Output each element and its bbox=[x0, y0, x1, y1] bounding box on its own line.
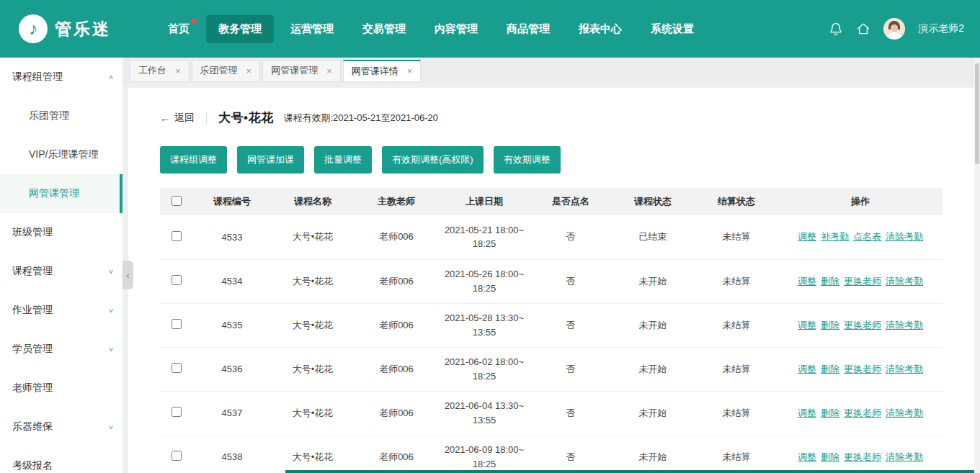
row-checkbox[interactable] bbox=[172, 451, 182, 461]
clear-attendance-link[interactable]: 清除考勤 bbox=[886, 407, 923, 418]
checkbox-cell bbox=[160, 303, 193, 347]
sidebar-item-label: VIP/乐理课管理 bbox=[29, 148, 98, 161]
clear-attendance-link[interactable]: 清除考勤 bbox=[886, 451, 923, 462]
change-teacher-link[interactable]: 更换老师 bbox=[844, 364, 881, 374]
col-course-name: 课程名称 bbox=[271, 188, 355, 215]
col-rollcall: 是否点名 bbox=[530, 188, 611, 215]
tab-orchestra-mgmt[interactable]: 乐团管理× bbox=[192, 60, 261, 82]
close-icon[interactable]: × bbox=[175, 66, 181, 76]
nav-item-content[interactable]: 内容管理 bbox=[422, 15, 490, 43]
select-all-cell bbox=[160, 188, 193, 215]
sidebar-item-course-mgmt[interactable]: 课程管理∨ bbox=[0, 252, 122, 291]
sidebar-item-online-course-mgmt[interactable]: 网管课管理 bbox=[0, 174, 122, 213]
close-icon[interactable]: × bbox=[407, 66, 413, 76]
row-checkbox[interactable] bbox=[172, 231, 182, 241]
sidebar-item-teacher-mgmt[interactable]: 老师管理 bbox=[0, 369, 122, 407]
sidebar-item-grade-exam[interactable]: 考级报名 bbox=[0, 446, 122, 473]
sidebar-collapse-handle[interactable]: ‹ bbox=[122, 261, 133, 289]
table-header-row: 课程编号 课程名称 主教老师 上课日期 是否点名 课程状态 结算状态 操作 bbox=[160, 188, 943, 215]
clear-attendance-link[interactable]: 清除考勤 bbox=[886, 364, 923, 374]
brand-name: 管乐迷 bbox=[55, 18, 111, 40]
row-checkbox[interactable] bbox=[172, 407, 182, 417]
delete-link[interactable]: 删除 bbox=[821, 276, 839, 287]
delete-link[interactable]: 删除 bbox=[821, 364, 839, 374]
row-checkbox[interactable] bbox=[172, 319, 182, 329]
sidebar-item-student-mgmt[interactable]: 学员管理∨ bbox=[0, 330, 122, 369]
delete-link[interactable]: 删除 bbox=[821, 451, 839, 462]
top-navbar: ♪ 管乐迷 首页 教务管理 运营管理 交易管理 内容管理 商品管理 报表中心 系… bbox=[0, 0, 980, 58]
sidebar-item-class-mgmt[interactable]: 班级管理 bbox=[0, 213, 122, 252]
nav-item-academic[interactable]: 教务管理 bbox=[206, 15, 274, 43]
sidebar-item-course-group-mgmt[interactable]: 课程组管理∧ bbox=[0, 58, 122, 96]
tab-online-course-mgmt[interactable]: 网管课管理× bbox=[262, 60, 341, 82]
nav-item-label: 内容管理 bbox=[435, 22, 478, 35]
checkbox-cell bbox=[160, 435, 193, 473]
tab-label: 网管课管理 bbox=[271, 64, 318, 77]
user-avatar[interactable] bbox=[883, 18, 905, 40]
validity-adjust-button[interactable]: 有效期调整 bbox=[494, 146, 561, 174]
close-icon[interactable]: × bbox=[326, 66, 332, 76]
cell-course-id: 4533 bbox=[193, 215, 271, 259]
clear-attendance-link[interactable]: 清除考勤 bbox=[886, 320, 923, 330]
adjust-link[interactable]: 调整 bbox=[798, 320, 816, 330]
nav-item-operations[interactable]: 运营管理 bbox=[278, 15, 346, 43]
cell-date: 2021-06-04 13:30~13:55 bbox=[438, 391, 530, 435]
delete-link[interactable]: 删除 bbox=[821, 407, 839, 418]
horizontal-scrollbar-thumb[interactable] bbox=[285, 470, 974, 473]
col-status: 课程状态 bbox=[611, 188, 695, 215]
bell-icon[interactable] bbox=[829, 22, 843, 36]
course-group-adjust-button[interactable]: 课程组调整 bbox=[160, 146, 227, 174]
close-icon[interactable]: × bbox=[246, 66, 252, 76]
cell-date: 2021-06-09 18:00~18:25 bbox=[438, 435, 530, 473]
nav-item-label: 商品管理 bbox=[507, 22, 550, 35]
row-checkbox[interactable] bbox=[172, 275, 182, 285]
nav-item-settings[interactable]: 系统设置 bbox=[638, 15, 706, 43]
adjust-link[interactable]: 调整 bbox=[798, 451, 816, 462]
rollcall-sheet-link[interactable]: 点名表 bbox=[853, 231, 881, 242]
checkbox-cell bbox=[160, 391, 193, 435]
nav-item-home[interactable]: 首页 bbox=[156, 15, 202, 43]
sidebar-item-orchestra-mgmt[interactable]: 乐团管理 bbox=[0, 96, 122, 135]
nav-item-reports[interactable]: 报表中心 bbox=[566, 15, 634, 43]
page-title: 大号•花花 bbox=[218, 109, 273, 126]
cell-rollcall: 否 bbox=[530, 435, 611, 473]
change-teacher-link[interactable]: 更换老师 bbox=[844, 451, 881, 462]
adjust-link[interactable]: 调整 bbox=[798, 276, 816, 287]
home-icon[interactable] bbox=[856, 22, 870, 36]
adjust-link[interactable]: 调整 bbox=[798, 231, 816, 242]
tab-online-course-detail[interactable]: 网管课详情× bbox=[343, 60, 422, 82]
batch-adjust-button[interactable]: 批量调整 bbox=[314, 146, 372, 174]
row-checkbox[interactable] bbox=[172, 363, 182, 373]
tab-workbench[interactable]: 工作台× bbox=[130, 60, 190, 82]
user-name[interactable]: 演示老师2 bbox=[918, 22, 964, 35]
nav-item-transactions[interactable]: 交易管理 bbox=[350, 15, 418, 43]
tab-label: 网管课详情 bbox=[352, 65, 398, 78]
add-online-course-button[interactable]: 网管课加课 bbox=[237, 146, 304, 174]
course-table: 课程编号 课程名称 主教老师 上课日期 是否点名 课程状态 结算状态 操作 45… bbox=[160, 188, 943, 473]
detail-header: ← 返回 大号•花花 课程有效期:2021-05-21至2021-06-20 bbox=[160, 109, 943, 126]
cell-settlement: 未结算 bbox=[695, 215, 778, 259]
change-teacher-link[interactable]: 更换老师 bbox=[844, 407, 881, 418]
sidebar-item-vip-theory-mgmt[interactable]: VIP/乐理课管理 bbox=[0, 135, 122, 174]
date-text: 2021-06-04 13:30~13:55 bbox=[444, 399, 525, 427]
change-teacher-link[interactable]: 更换老师 bbox=[844, 320, 881, 330]
clear-attendance-link[interactable]: 清除考勤 bbox=[886, 276, 923, 287]
select-all-checkbox[interactable] bbox=[172, 196, 182, 206]
adjust-link[interactable]: 调整 bbox=[798, 407, 816, 418]
clear-attendance-link[interactable]: 清除考勤 bbox=[886, 231, 923, 242]
vertical-scrollbar-thumb[interactable] bbox=[975, 63, 979, 164]
vertical-scrollbar-track[interactable] bbox=[974, 59, 980, 473]
change-teacher-link[interactable]: 更换老师 bbox=[844, 276, 881, 287]
table-row: 4534 大号•花花 老师006 2021-05-26 18:00~18:25 … bbox=[160, 259, 943, 303]
back-button[interactable]: ← 返回 bbox=[160, 112, 195, 125]
sidebar-item-homework-mgmt[interactable]: 作业管理∨ bbox=[0, 291, 122, 330]
cell-status: 未开始 bbox=[611, 303, 695, 347]
delete-link[interactable]: 删除 bbox=[821, 320, 839, 330]
nav-item-products[interactable]: 商品管理 bbox=[494, 15, 562, 43]
adjust-link[interactable]: 调整 bbox=[798, 364, 816, 374]
makeup-attendance-link[interactable]: 补考勤 bbox=[821, 231, 849, 242]
logo-glyph: ♪ bbox=[29, 19, 37, 39]
validity-adjust-privileged-button[interactable]: 有效期调整(高权限) bbox=[382, 146, 484, 174]
sidebar-item-instrument-maintenance[interactable]: 乐器维保∨ bbox=[0, 407, 122, 446]
action-button-row: 课程组调整 网管课加课 批量调整 有效期调整(高权限) 有效期调整 bbox=[160, 146, 943, 174]
